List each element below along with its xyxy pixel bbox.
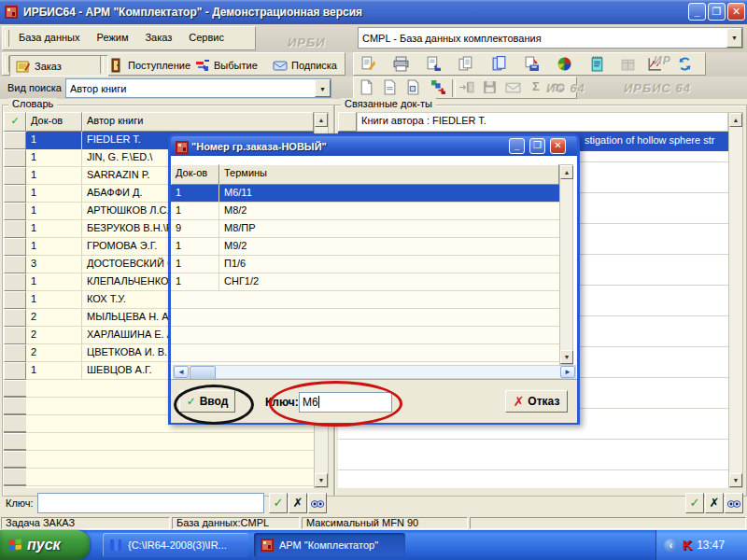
new-from-template-icon[interactable] — [380, 79, 399, 97]
scroll-left-icon[interactable]: ◄ — [174, 366, 189, 378]
enter-button[interactable]: ✓ Ввод — [179, 390, 235, 413]
term-cell: СНГ1/2 — [219, 273, 559, 290]
row-button[interactable] — [4, 132, 26, 149]
dialog-key-input[interactable]: М6 — [299, 392, 392, 413]
dialog-term-row[interactable]: 1 М6/11 — [171, 185, 559, 203]
save-disk-icon[interactable] — [522, 56, 541, 74]
taskbar-clock: 13:47 — [697, 539, 725, 552]
key-input[interactable] — [37, 493, 264, 513]
key-clear-button[interactable]: ✗ — [289, 493, 307, 513]
term-cell: М8/ПР — [219, 220, 559, 237]
row-button[interactable] — [4, 291, 26, 309]
row-button[interactable] — [4, 327, 26, 344]
save-record-icon[interactable] — [424, 56, 443, 74]
start-button[interactable]: пуск — [0, 530, 90, 560]
move-icon[interactable] — [457, 79, 475, 97]
save-icon[interactable] — [480, 79, 499, 97]
row-button[interactable] — [4, 167, 26, 185]
sigma-icon[interactable]: Σ — [527, 79, 545, 97]
window-title: ИРБИС64 - АРМ "Комплектатор" - Демонстра… — [23, 6, 362, 19]
edit-record-icon[interactable] — [359, 56, 377, 74]
copy-icon[interactable] — [489, 56, 508, 74]
scroll-down-icon[interactable]: ▼ — [560, 350, 573, 364]
cancel-button[interactable]: ✗ Отказ — [505, 390, 568, 413]
row-button[interactable] — [4, 344, 26, 362]
row-button[interactable] — [4, 273, 26, 291]
package-icon[interactable] — [618, 56, 637, 74]
chevron-down-icon[interactable]: ▼ — [315, 79, 331, 97]
dialog-term-row[interactable]: 9 М8/ПР — [171, 220, 559, 238]
linked-confirm-button[interactable]: ✓ — [685, 493, 704, 513]
dialog-vscrollbar[interactable]: ▲ ▼ — [559, 164, 573, 365]
term-cell: М9/2 — [219, 238, 559, 255]
dictionary-term-header[interactable]: Автор книги — [82, 112, 314, 132]
scroll-up-icon[interactable]: ▲ — [315, 113, 328, 127]
row-button[interactable] — [4, 149, 26, 167]
row-button[interactable] — [4, 203, 26, 220]
refresh-icon[interactable] — [675, 56, 694, 74]
print-icon[interactable] — [391, 56, 410, 74]
close-button[interactable]: ✕ — [727, 3, 745, 21]
new-document-icon[interactable] — [357, 79, 375, 97]
doc-count-cell: 2 — [26, 344, 82, 362]
row-button[interactable] — [4, 185, 26, 203]
dialog-minimize-button[interactable]: _ — [509, 138, 525, 154]
scroll-up-icon[interactable]: ▲ — [560, 165, 573, 179]
copy-record-icon[interactable] — [457, 56, 475, 74]
linked-clear-button[interactable]: ✗ — [705, 493, 724, 513]
scroll-thumb[interactable] — [190, 366, 216, 380]
mail-icon[interactable] — [503, 79, 522, 97]
menu-item[interactable]: Заказ — [136, 27, 180, 47]
dialog-term-header[interactable]: Термины — [219, 164, 559, 185]
menu-item[interactable]: Сервис — [180, 27, 233, 47]
doc-count-cell: 1 — [26, 203, 82, 220]
maximize-button[interactable]: ❐ — [708, 3, 726, 21]
tray-collapse-icon[interactable]: ‹ — [664, 539, 678, 553]
new-copy-icon[interactable] — [403, 79, 422, 97]
scroll-up-icon[interactable]: ▲ — [729, 113, 742, 127]
search-type-combo[interactable]: Автор книги ▼ — [65, 78, 331, 98]
doc-count-cell: 1 — [171, 256, 219, 273]
linked-docs-scrollbar[interactable]: ▲ ▼ — [728, 112, 743, 488]
dialog-term-row[interactable]: 1 П1/6 — [171, 256, 559, 273]
taskbar-task-explorer[interactable]: {C:\IR64-2008(3)\IR... — [103, 533, 248, 557]
dialog-term-row[interactable]: 1 М9/2 — [171, 238, 559, 256]
scroll-right-icon[interactable]: ► — [560, 366, 575, 378]
toolbar-grip[interactable] — [5, 30, 9, 47]
row-button[interactable] — [4, 309, 26, 327]
transfer-icon[interactable] — [429, 79, 447, 97]
notepad-icon[interactable] — [587, 56, 606, 74]
row-button[interactable] — [4, 256, 26, 273]
key-confirm-button[interactable]: ✓ — [269, 493, 288, 513]
tab-receipt[interactable]: Поступление — [104, 55, 196, 75]
row-button[interactable] — [4, 220, 26, 238]
chevron-down-icon[interactable]: ▼ — [726, 28, 742, 48]
screen: ИРБИС64 - АРМ "Комплектатор" - Демонстра… — [0, 0, 747, 560]
linked-view-button[interactable] — [725, 493, 743, 513]
row-button[interactable] — [4, 362, 26, 380]
dialog-window: "Номер гр.заказа-НОВЫЙ" _ ❐ ✕ Док-ов Тер… — [168, 133, 580, 425]
key-view-button[interactable] — [308, 493, 327, 513]
minimize-button[interactable]: _ — [688, 3, 706, 21]
dialog-term-row[interactable]: 1 СНГ1/2 — [171, 273, 559, 291]
tab-order[interactable]: Заказ — [9, 55, 108, 77]
dialog-close-button[interactable]: ✕ — [550, 138, 566, 154]
tab-subscription[interactable]: Подписка — [267, 55, 343, 75]
taskbar-task-app[interactable]: АРМ "Комплектатор" — [254, 533, 405, 557]
tab-removal[interactable]: Выбытие — [190, 55, 263, 75]
scroll-down-icon[interactable]: ▼ — [315, 473, 328, 487]
menu-item[interactable]: Режим — [89, 27, 137, 47]
menu-item[interactable]: База данных — [10, 27, 89, 47]
dictionary-count-header[interactable]: Док-ов — [26, 112, 82, 132]
dialog-hscrollbar[interactable]: ◄ ► — [173, 365, 576, 379]
stats-icon[interactable] — [555, 56, 573, 74]
dialog-term-row[interactable]: 1 М8/2 — [171, 203, 559, 220]
dictionary-check-header[interactable]: ✓ — [4, 112, 26, 132]
dialog-maximize-button[interactable]: ❐ — [529, 138, 545, 154]
row-button[interactable] — [4, 238, 26, 256]
antivirus-icon[interactable]: K — [683, 538, 692, 553]
database-combo[interactable]: CMPL - База данных комплектования ▼ — [358, 27, 743, 49]
dialog-titlebar[interactable]: "Номер гр.заказа-НОВЫЙ" _ ❐ ✕ — [171, 136, 577, 156]
scroll-down-icon[interactable]: ▼ — [729, 473, 742, 487]
dialog-count-header[interactable]: Док-ов — [171, 164, 219, 185]
